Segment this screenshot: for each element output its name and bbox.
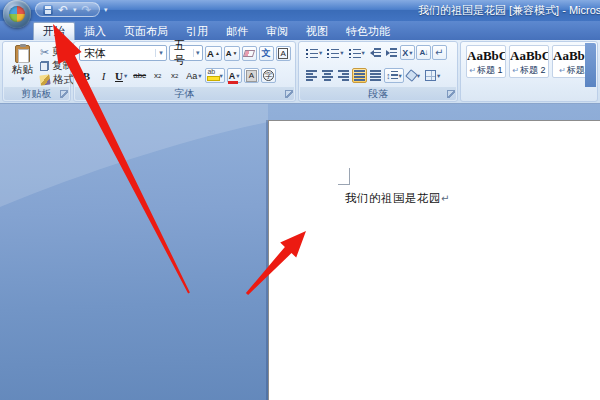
word-window: ↶ ▾ ↷ ▾ 我们的祖国是花园 [兼容模式] - Microsoft Word… [0,0,600,400]
phonetic-guide-icon: 文 [262,47,271,60]
asian-layout-button[interactable]: X▾ [400,45,415,60]
show-marks-button[interactable]: ↵ [432,45,447,60]
ribbon: 粘贴 ▾ ✂ 剪切 复制 格式刷 剪贴板 [0,40,600,104]
style-heading1[interactable]: AaBbC ↵标题 1 [466,45,506,78]
align-right-button[interactable] [336,68,351,83]
document-page[interactable]: 我们的祖国是花园↵ [268,120,600,400]
phonetic-guide-button[interactable]: 文 [259,46,274,61]
font-group: 宋体 ▾ 五号 ▾ A▲ A▼ 文 A B I U▾ abc x2 x2 [73,41,296,102]
increase-indent-button[interactable] [384,45,399,60]
borders-button[interactable]: ▾ [423,68,442,83]
paragraph-end-mark: ↵ [441,193,449,204]
subscript-button[interactable]: x2 [150,68,165,83]
clipboard-dialog-launcher-icon[interactable] [60,90,68,98]
italic-icon: I [102,70,106,82]
strikethrough-button[interactable]: abc [131,68,148,83]
font-name-combobox[interactable]: 宋体 ▾ [79,45,167,61]
decrease-indent-button[interactable] [368,45,383,60]
tab-special-features[interactable]: 特色功能 [337,23,399,40]
character-border-icon: A [278,48,287,59]
shading-bucket-icon [405,69,418,82]
format-painter-icon [39,74,50,85]
character-shading-button[interactable]: A [244,68,259,83]
shrink-caret-icon: ▼ [233,50,238,56]
style-label: 标题 2 [520,65,546,75]
paragraph-dialog-launcher-icon[interactable] [447,90,455,98]
style-label: 标题 1 [477,65,503,75]
tab-mailings[interactable]: 邮件 [217,23,257,40]
tab-insert[interactable]: 插入 [75,23,115,40]
multilevel-list-button[interactable]: ▾ [347,45,367,60]
shrink-font-button[interactable]: A▼ [224,46,240,61]
font-size-dropdown-icon[interactable]: ▾ [193,49,202,57]
paste-clipboard-icon [15,45,30,63]
align-left-icon [306,70,317,81]
font-name-dropdown-icon[interactable]: ▾ [155,49,166,57]
italic-button[interactable]: I [96,68,111,83]
style-mark-icon: ↵ [559,66,566,75]
line-spacing-button[interactable]: ↕▾ [384,68,404,83]
style-mark-icon: ↵ [469,66,476,75]
underline-dropdown-icon[interactable]: ▾ [124,72,127,80]
redo-icon[interactable]: ↷ [82,4,92,16]
multilevel-list-icon [349,48,361,58]
scissors-icon: ✂ [40,47,49,58]
numbering-dropdown-icon[interactable]: ▾ [340,49,343,57]
numbering-button[interactable]: ▾ [325,45,345,60]
character-shading-icon: A [246,70,257,82]
bullets-dropdown-icon[interactable]: ▾ [319,49,322,57]
shading-button[interactable]: ▾ [405,68,422,83]
align-right-icon [338,70,349,81]
grow-font-button[interactable]: A▲ [205,46,222,61]
text-highlight-button[interactable]: ▾ [205,68,224,83]
font-group-label: 字体 [75,87,294,100]
paste-dropdown-icon[interactable]: ▾ [6,75,39,82]
bold-icon: B [83,70,90,82]
save-icon[interactable] [43,5,53,15]
sort-button[interactable]: A↓ [416,45,431,60]
subscript-mark: 2 [158,73,161,79]
style-mark-icon: ↵ [512,66,519,75]
clear-formatting-button[interactable] [242,46,257,61]
multilevel-dropdown-icon[interactable]: ▾ [362,49,365,57]
styles-group: AaBbC ↵标题 1 AaBbC ↵标题 2 AaBbC ↵标题 [460,41,598,102]
superscript-button[interactable]: x2 [167,68,182,83]
paste-button[interactable]: 粘贴 ▾ [6,45,39,89]
align-left-button[interactable] [304,68,319,83]
eraser-icon [243,50,255,57]
asian-layout-dropdown-icon[interactable]: ▾ [409,49,412,57]
align-center-button[interactable] [320,68,335,83]
change-case-button[interactable]: Aa▾ [184,68,203,83]
line-spacing-dropdown-icon[interactable]: ▾ [399,72,402,80]
undo-dropdown-icon[interactable]: ▾ [73,6,77,14]
distribute-button[interactable] [368,68,383,83]
paragraph-mark-icon: ↵ [435,47,443,58]
font-size-combobox[interactable]: 五号 ▾ [169,45,203,61]
superscript-mark: 2 [175,73,178,79]
undo-icon[interactable]: ↶ [58,4,68,16]
change-case-icon: Aa [186,71,197,81]
underline-button[interactable]: U▾ [113,68,129,83]
bold-button[interactable]: B [79,68,94,83]
tab-view[interactable]: 视图 [297,23,337,40]
bullets-button[interactable]: ▾ [304,45,324,60]
align-center-icon [322,70,333,81]
font-color-dropdown-icon[interactable]: ▾ [236,72,239,80]
tab-home[interactable]: 开始 [33,22,75,40]
enclose-characters-button[interactable]: 字 [261,68,276,83]
office-button[interactable] [3,0,31,28]
ribbon-tab-row: 开始 插入 页面布局 引用 邮件 审阅 视图 特色功能 [0,21,600,40]
change-case-dropdown-icon[interactable]: ▾ [198,72,201,80]
borders-dropdown-icon[interactable]: ▾ [437,72,440,80]
justify-button[interactable] [352,68,367,83]
qat-customize-icon[interactable]: ▾ [104,6,108,14]
tab-page-layout[interactable]: 页面布局 [115,23,177,40]
tab-review[interactable]: 审阅 [257,23,297,40]
character-border-button[interactable]: A [276,46,291,61]
font-dialog-launcher-icon[interactable] [285,90,293,98]
document-text[interactable]: 我们的祖国是花园↵ [345,191,449,206]
style-heading2[interactable]: AaBbC ↵标题 2 [509,45,549,78]
justify-icon [354,70,365,81]
indent-lines-icon [374,48,381,57]
font-color-button[interactable]: A▾ [227,68,242,83]
